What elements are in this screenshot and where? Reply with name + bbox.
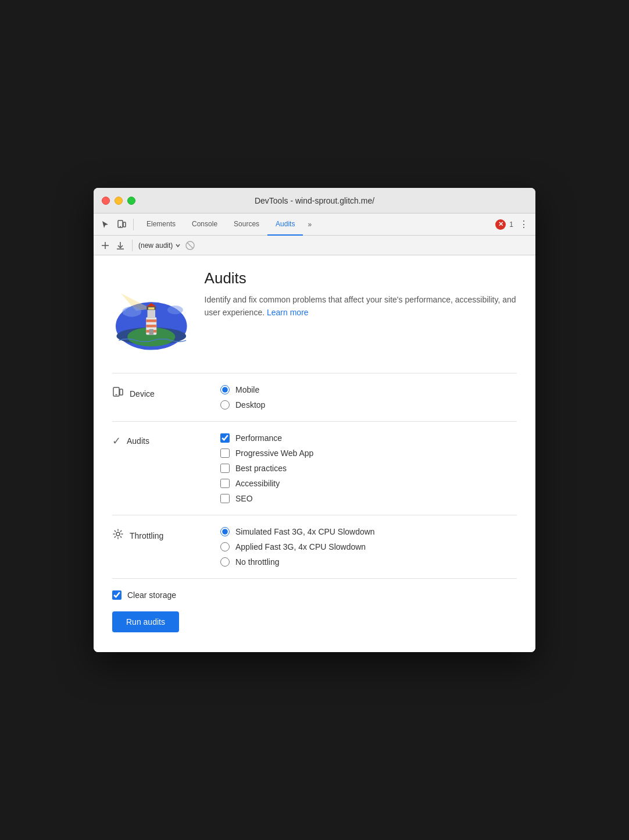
audit-pwa-checkbox[interactable] — [220, 449, 230, 458]
audit-accessibility-option[interactable]: Accessibility — [220, 479, 517, 488]
gear-icon — [112, 528, 124, 543]
lighthouse-illustration — [112, 269, 191, 357]
svg-point-19 — [122, 307, 141, 317]
clear-storage-row: Clear storage — [112, 590, 517, 600]
audits-title: Audits — [205, 269, 517, 287]
error-icon: ✕ — [495, 219, 506, 230]
toolbar-separator — [133, 219, 134, 230]
run-audits-button[interactable]: Run audits — [112, 611, 179, 632]
main-content: Audits Identify and fix common problems … — [94, 255, 535, 652]
main-toolbar: Elements Console Sources Audits » ✕ 1 ⋮ — [94, 213, 535, 236]
window-title: DevTools - wind-sprout.glitch.me/ — [255, 196, 374, 205]
tab-sources[interactable]: Sources — [226, 213, 267, 236]
audits-description: Identify and fix common problems that af… — [205, 293, 517, 319]
error-count: 1 — [509, 220, 513, 229]
svg-point-15 — [179, 301, 180, 302]
svg-rect-27 — [148, 309, 155, 318]
device-mobile-option[interactable]: Mobile — [220, 385, 517, 394]
add-audit-icon[interactable] — [99, 240, 111, 251]
throttling-applied-option[interactable]: Applied Fast 3G, 4x CPU Slowdown — [220, 542, 517, 551]
svg-point-11 — [138, 297, 138, 298]
more-tabs-button[interactable]: » — [303, 213, 316, 236]
svg-rect-25 — [146, 325, 156, 327]
clear-storage-checkbox[interactable] — [112, 590, 121, 600]
audits-options: Performance Progressive Web App Best pra… — [220, 433, 517, 503]
device-options: Mobile Desktop — [220, 385, 517, 410]
audit-performance-checkbox[interactable] — [220, 433, 230, 443]
audit-selector[interactable]: (new audit) — [138, 241, 181, 250]
svg-rect-24 — [146, 319, 156, 322]
tab-audits[interactable]: Audits — [267, 213, 303, 236]
close-button[interactable] — [102, 197, 110, 205]
audit-seo-checkbox[interactable] — [220, 494, 230, 503]
hero-section: Audits Identify and fix common problems … — [112, 269, 517, 357]
tab-bar: Elements Console Sources Audits » — [138, 213, 493, 236]
device-label: Device — [112, 385, 211, 401]
audit-best-practices-option[interactable]: Best practices — [220, 464, 517, 473]
throttling-row: Throttling Simulated Fast 3G, 4x CPU Slo… — [112, 515, 517, 579]
audits-row: ✓ Audits Performance Progressive Web App… — [112, 422, 517, 515]
throttling-none-option[interactable]: No throttling — [220, 557, 517, 567]
throttling-options: Simulated Fast 3G, 4x CPU Slowdown Appli… — [220, 527, 517, 567]
audit-best-practices-checkbox[interactable] — [220, 464, 230, 473]
maximize-button[interactable] — [127, 197, 135, 205]
svg-point-20 — [167, 305, 183, 314]
minimize-button[interactable] — [115, 197, 123, 205]
checkmark-icon: ✓ — [112, 435, 121, 447]
throttling-simulated-option[interactable]: Simulated Fast 3G, 4x CPU Slowdown — [220, 527, 517, 536]
titlebar: DevTools - wind-sprout.glitch.me/ — [94, 188, 535, 213]
download-icon[interactable] — [115, 240, 126, 251]
audit-accessibility-checkbox[interactable] — [220, 479, 230, 488]
toolbar-right: ✕ 1 ⋮ — [495, 219, 531, 230]
svg-rect-29 — [148, 307, 154, 309]
cursor-icon[interactable] — [98, 218, 112, 232]
svg-point-12 — [164, 299, 165, 300]
menu-icon[interactable]: ⋮ — [517, 219, 531, 230]
audit-performance-option[interactable]: Performance — [220, 433, 517, 443]
tab-elements[interactable]: Elements — [138, 213, 184, 236]
device-mobile-radio[interactable] — [220, 385, 230, 394]
learn-more-link[interactable]: Learn more — [267, 308, 309, 317]
throttling-simulated-radio[interactable] — [220, 527, 230, 536]
device-icon[interactable] — [115, 218, 128, 232]
svg-point-14 — [144, 295, 145, 296]
throttling-none-radio[interactable] — [220, 557, 230, 567]
subtoolbar: (new audit) — [94, 236, 535, 255]
svg-rect-1 — [123, 222, 126, 227]
throttling-label: Throttling — [112, 527, 211, 543]
block-icon[interactable] — [184, 240, 196, 251]
svg-rect-33 — [120, 389, 123, 395]
device-row: Device Mobile Desktop — [112, 373, 517, 422]
svg-rect-31 — [149, 329, 153, 335]
svg-point-17 — [181, 312, 182, 313]
tab-console[interactable]: Console — [184, 213, 226, 236]
device-desktop-option[interactable]: Desktop — [220, 400, 517, 410]
audit-select-label: (new audit) — [138, 241, 173, 250]
audits-label: ✓ Audits — [112, 433, 211, 447]
throttling-applied-radio[interactable] — [220, 542, 230, 551]
hero-text: Audits Identify and fix common problems … — [205, 269, 517, 319]
devtools-window: DevTools - wind-sprout.glitch.me/ Elemen… — [94, 188, 535, 652]
svg-line-8 — [187, 243, 193, 248]
traffic-lights — [102, 197, 135, 205]
device-desktop-radio[interactable] — [220, 400, 230, 410]
audit-pwa-option[interactable]: Progressive Web App — [220, 449, 517, 458]
clear-storage-option[interactable]: Clear storage — [112, 590, 176, 600]
bottom-section: Clear storage Run audits — [112, 579, 517, 638]
svg-point-35 — [116, 532, 120, 536]
audit-seo-option[interactable]: SEO — [220, 494, 517, 503]
device-icon — [112, 386, 124, 401]
subtoolbar-separator — [132, 240, 133, 251]
